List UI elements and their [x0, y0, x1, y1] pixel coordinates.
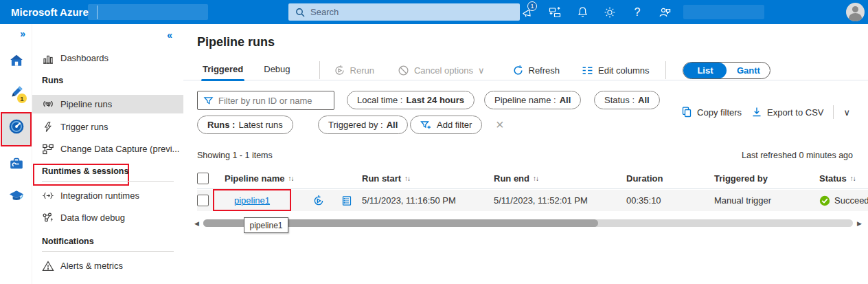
menu-item-trigger-runs[interactable]: Trigger runs — [32, 118, 183, 136]
pill-value: Latest runs — [238, 120, 282, 130]
chevron-down-icon: ∨ — [478, 65, 485, 76]
filter-pill-runs[interactable]: Runs : Latest runs — [197, 116, 293, 134]
run-filter-input[interactable] — [197, 91, 334, 110]
menu-item-dashboards[interactable]: Dashboards — [32, 49, 183, 67]
consumption-report-icon[interactable] — [341, 195, 352, 206]
azure-data-factory-monitor-page: Microsoft Azure Search 1 ? — [0, 0, 868, 284]
scrollbar-track[interactable] — [203, 219, 853, 227]
author-pencil-icon[interactable]: 1 — [0, 85, 32, 100]
pill-value: All — [638, 95, 650, 105]
edit-columns-button[interactable]: Edit columns — [582, 65, 649, 76]
bell-icon[interactable] — [569, 0, 596, 24]
table-row[interactable]: pipeline1 5/11/2023, 11:16:50 PM 5/11/20… — [197, 190, 868, 211]
cancel-options-label: Cancel options — [414, 65, 473, 76]
cancel-options-button[interactable]: Cancel options ∨ — [398, 65, 485, 76]
menu-collapse-chevron[interactable]: « — [167, 30, 172, 41]
data-flow-debug-icon — [42, 212, 54, 224]
azure-brand[interactable]: Microsoft Azure — [11, 6, 89, 18]
row-action-icons — [312, 195, 352, 207]
avatar-body — [849, 13, 862, 21]
scroll-right-icon[interactable]: ▶ — [857, 220, 862, 227]
menu-section-notifications: Notifications — [42, 237, 94, 246]
gear-icon[interactable] — [596, 0, 624, 24]
home-icon[interactable] — [0, 53, 32, 68]
add-filter-label: Add filter — [437, 120, 472, 130]
menu-item-data-flow-debug[interactable]: Data flow debug — [32, 208, 183, 227]
learning-cap-icon[interactable] — [0, 188, 32, 204]
col-duration[interactable]: Duration — [626, 173, 663, 184]
sort-icon[interactable]: ↑↓ — [533, 175, 538, 182]
table-actions: Copy filters Export to CSV ∨ — [681, 105, 850, 119]
menu-item-change-data-capture[interactable]: Change Data Capture (previ... — [32, 140, 183, 158]
filter-pill-pipeline-name[interactable]: Pipeline name : All — [484, 91, 581, 109]
menu-label: Alerts & metrics — [60, 261, 123, 271]
switch-factory-icon[interactable] — [541, 0, 569, 24]
col-run-end[interactable]: Run end — [494, 173, 529, 184]
avatar-head — [852, 6, 858, 12]
view-toggle-list[interactable]: List — [683, 63, 727, 78]
view-toggle-gantt[interactable]: Gantt — [727, 63, 770, 78]
cell-duration: 00:35:10 — [626, 195, 714, 206]
select-all-checkbox[interactable] — [197, 173, 209, 184]
col-triggered-by[interactable]: Triggered by — [714, 173, 768, 184]
export-csv-button[interactable]: Export to CSV — [751, 107, 823, 118]
copy-filters-button[interactable]: Copy filters — [681, 107, 742, 118]
trigger-runs-icon — [42, 121, 54, 133]
manage-toolbox-icon[interactable] — [0, 156, 32, 171]
help-icon[interactable]: ? — [624, 0, 651, 24]
page-title: Pipeline runs — [197, 35, 275, 50]
announcements-icon[interactable]: 1 — [514, 0, 541, 24]
menu-item-alerts-metrics[interactable]: Alerts & metrics — [32, 256, 183, 275]
col-run-start[interactable]: Run start — [362, 173, 401, 184]
cancel-icon — [398, 65, 409, 76]
copy-filters-label: Copy filters — [697, 107, 742, 118]
integration-runtimes-icon — [42, 190, 54, 202]
alerts-warning-icon — [42, 260, 54, 272]
filter-funnel-icon — [203, 96, 214, 106]
clear-filters-icon[interactable]: × — [496, 118, 504, 131]
filter-pill-local-time[interactable]: Local time : Last 24 hours — [347, 91, 475, 109]
row-checkbox[interactable] — [197, 195, 209, 206]
pipeline1-callout-box — [213, 189, 291, 211]
download-icon — [751, 107, 762, 118]
menu-label: Change Data Capture (previ... — [60, 144, 179, 154]
rerun-label: Rerun — [350, 65, 374, 76]
rerun-button[interactable]: Rerun — [334, 65, 374, 76]
tab-debug[interactable]: Debug — [258, 61, 295, 80]
sort-icon[interactable]: ↑↓ — [850, 175, 856, 182]
sort-icon[interactable]: ↑↓ — [404, 175, 410, 182]
scroll-left-icon[interactable]: ◀ — [194, 220, 199, 227]
add-filter-button[interactable]: Add filter — [410, 116, 482, 134]
more-actions-chevron-icon[interactable]: ∨ — [843, 107, 850, 118]
menu-item-integration-runtimes[interactable]: Integration runtimes — [32, 186, 183, 205]
run-filter-text[interactable] — [218, 96, 321, 106]
filter-pill-triggered-by[interactable]: Triggered by : All — [318, 116, 408, 134]
tab-triggered[interactable]: Triggered — [197, 61, 249, 80]
menu-label: Integration runtimes — [60, 190, 139, 201]
sort-icon[interactable]: ↑↓ — [288, 175, 293, 182]
toolbar-divider — [319, 61, 320, 79]
refresh-button[interactable]: Refresh — [512, 65, 560, 76]
rail-expand-chevron[interactable]: » — [20, 28, 25, 39]
menu-divider — [42, 251, 174, 252]
refresh-icon — [512, 65, 524, 76]
global-search-input[interactable]: Search — [288, 3, 520, 21]
actions-divider — [833, 105, 834, 119]
toolbar: Triggered Debug Rerun Cancel options ∨ — [197, 60, 868, 80]
items-count-text: Showing 1 - 1 items — [197, 151, 273, 160]
dashboards-icon — [42, 52, 54, 65]
pill-label: Local time : — [357, 95, 402, 105]
menu-divider — [42, 181, 174, 182]
toolbar-divider — [665, 61, 666, 79]
col-status[interactable]: Status — [819, 173, 847, 184]
col-pipeline-name[interactable]: Pipeline name — [225, 173, 284, 184]
menu-item-pipeline-runs[interactable]: Pipeline runs — [32, 95, 183, 113]
feedback-icon[interactable] — [651, 0, 678, 24]
add-filter-funnel-icon — [420, 120, 431, 131]
cell-run-end: 5/11/2023, 11:52:01 PM — [494, 195, 626, 206]
rerun-row-icon[interactable] — [312, 195, 325, 207]
monitor-callout-box — [1, 112, 32, 146]
filter-pill-status[interactable]: Status : All — [594, 91, 660, 109]
account-avatar[interactable] — [846, 3, 865, 21]
icon-rail: » 1 — [0, 24, 32, 284]
